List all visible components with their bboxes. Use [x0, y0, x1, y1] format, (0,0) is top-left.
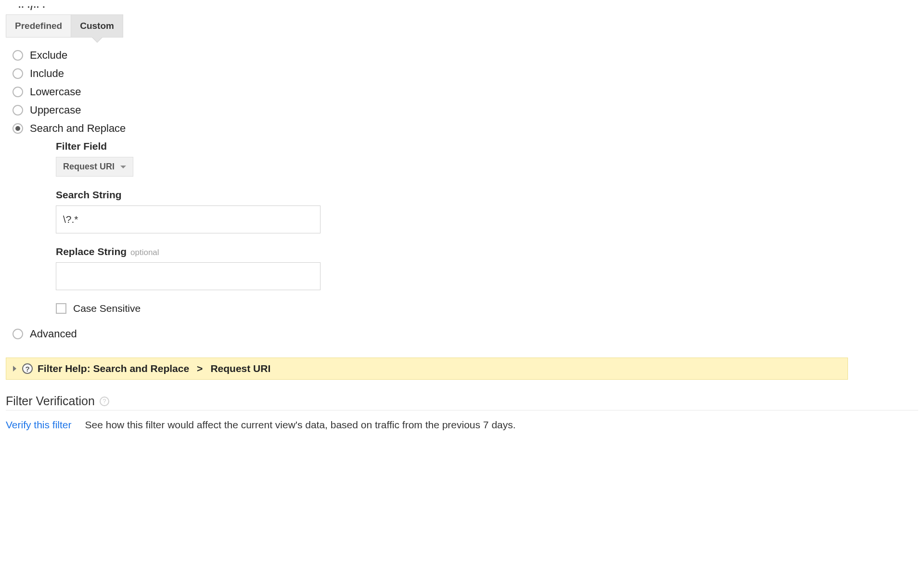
filter-type-tabs: Predefined Custom — [6, 14, 918, 38]
search-string-block: Search String — [56, 189, 918, 233]
radio-icon — [13, 123, 23, 134]
radio-icon — [13, 329, 23, 339]
search-string-label: Search String — [56, 189, 918, 201]
search-string-input[interactable] — [56, 205, 321, 233]
filter-help-banner[interactable]: ? Filter Help: Search and Replace > Requ… — [6, 358, 848, 380]
tab-custom[interactable]: Custom — [71, 14, 123, 38]
radio-advanced[interactable]: Advanced — [13, 328, 918, 340]
filter-verification-row: Verify this filter See how this filter w… — [6, 419, 918, 431]
radio-icon — [13, 68, 23, 79]
radio-lowercase[interactable]: Lowercase — [13, 86, 918, 98]
replace-string-block: Replace String optional — [56, 246, 918, 290]
replace-string-input[interactable] — [56, 262, 321, 290]
radio-include[interactable]: Include — [13, 67, 918, 80]
filter-verification-heading-text: Filter Verification — [6, 394, 95, 408]
case-sensitive-checkbox[interactable]: Case Sensitive — [56, 303, 918, 314]
filter-field-dropdown[interactable]: Request URI — [56, 157, 133, 177]
case-sensitive-label: Case Sensitive — [73, 303, 141, 314]
radio-label: Lowercase — [30, 86, 81, 98]
radio-label: Exclude — [30, 49, 67, 62]
checkbox-icon — [56, 303, 66, 314]
radio-icon — [13, 105, 23, 115]
disclosure-triangle-icon — [13, 366, 16, 372]
divider — [6, 410, 918, 410]
replace-string-label: Replace String optional — [56, 246, 918, 257]
tab-predefined[interactable]: Predefined — [6, 14, 71, 38]
filter-field-block: Filter Field Request URI — [56, 141, 918, 177]
help-icon[interactable]: ? — [100, 397, 109, 406]
radio-label: Uppercase — [30, 104, 81, 116]
radio-uppercase[interactable]: Uppercase — [13, 104, 918, 116]
truncated-section-label — [18, 6, 918, 12]
filter-verification-description: See how this filter would affect the cur… — [85, 419, 516, 431]
filter-field-label: Filter Field — [56, 141, 918, 152]
radio-exclude[interactable]: Exclude — [13, 49, 918, 62]
radio-label: Advanced — [30, 328, 77, 340]
radio-label: Include — [30, 67, 64, 80]
verify-this-filter-link[interactable]: Verify this filter — [6, 419, 72, 431]
filter-help-prefix: Filter Help: Search and Replace — [38, 363, 189, 374]
filter-verification-heading: Filter Verification ? — [6, 394, 918, 408]
breadcrumb-separator: > — [197, 363, 203, 374]
filter-help-subject: Request URI — [210, 363, 270, 374]
radio-icon — [13, 87, 23, 97]
radio-search-and-replace[interactable]: Search and Replace — [13, 122, 918, 135]
filter-verification-section: Filter Verification ? Verify this filter… — [6, 394, 918, 431]
custom-filter-radio-group: Exclude Include Lowercase Uppercase Sear… — [13, 49, 918, 340]
filter-field-value: Request URI — [63, 162, 115, 172]
radio-label: Search and Replace — [30, 122, 126, 135]
replace-string-optional-hint: optional — [130, 248, 159, 257]
replace-string-label-text: Replace String — [56, 246, 127, 257]
radio-icon — [13, 50, 23, 61]
help-icon: ? — [22, 363, 33, 374]
chevron-down-icon — [120, 166, 126, 168]
search-and-replace-form: Filter Field Request URI Search String R… — [56, 141, 918, 314]
